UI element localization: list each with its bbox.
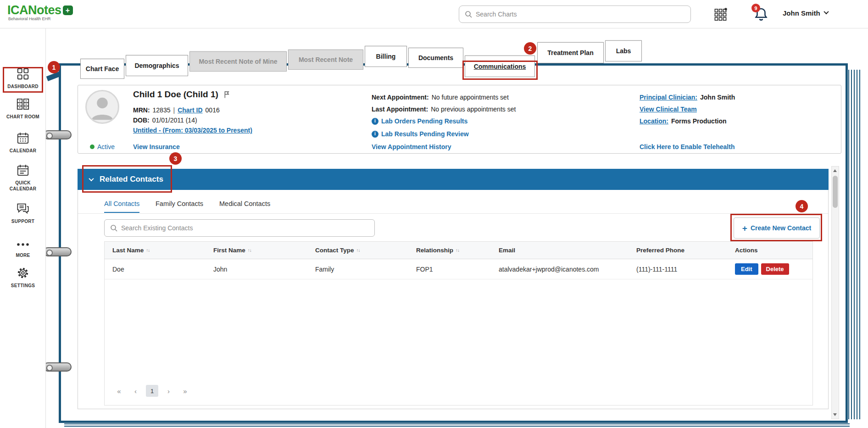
pagination-last-button[interactable]: » (179, 385, 191, 397)
view-clinical-team-link[interactable]: View Clinical Team (640, 105, 697, 114)
scroll-up-icon[interactable] (833, 169, 837, 172)
contact-tabs: All Contacts Family Contacts Medical Con… (78, 197, 828, 214)
view-insurance-link[interactable]: View Insurance (133, 142, 180, 151)
tab-all-contacts[interactable]: All Contacts (104, 200, 139, 213)
sidebar-label: MORE (0, 252, 46, 258)
tab-chart-face[interactable]: Chart Face (80, 59, 124, 79)
patient-ids-row: MRN: 12835 | Chart ID 0016 (133, 106, 220, 115)
stacked-pages-right (848, 70, 860, 419)
search-existing-contacts-input[interactable] (121, 224, 369, 232)
lab-orders-row: Lab Orders Pending Results (372, 117, 467, 126)
tab-labs[interactable]: Labs (605, 40, 642, 61)
principal-clinician-value: John Smith (700, 93, 735, 102)
lab-results-link[interactable]: Lab Results Pending Review (381, 129, 469, 139)
settings-gear-icon (17, 267, 29, 279)
sidebar-label: DASHBOARD (0, 83, 46, 89)
appointment-history-row: View Appointment History (372, 142, 451, 151)
search-icon (465, 11, 472, 18)
create-new-contact-label: Create New Contact (751, 224, 811, 232)
scrollbar-thumb[interactable] (833, 176, 838, 208)
sort-icon[interactable] (356, 248, 360, 253)
annotation-step-1: 1 (48, 61, 60, 73)
sidebar-item-settings[interactable]: SETTINGS (0, 267, 46, 289)
pagination-next-button[interactable]: › (162, 385, 175, 397)
vertical-scrollbar[interactable] (831, 166, 839, 419)
sidebar-item-quick-calendar[interactable]: QUICK CALENDAR (0, 164, 46, 192)
tab-demographics[interactable]: Demographics (126, 55, 188, 76)
logo-title: ICANotes (7, 3, 61, 17)
sort-icon[interactable] (146, 248, 150, 253)
calendar-icon (17, 132, 29, 144)
sidebar-item-chart-room[interactable]: CHART ROOM (0, 98, 46, 120)
pagination-page-1[interactable]: 1 (146, 385, 158, 397)
sidebar-item-calendar[interactable]: CALENDAR (0, 132, 46, 154)
stacked-pages-bottom (64, 423, 850, 427)
more-dots-icon (16, 240, 30, 249)
delete-button[interactable]: Delete (761, 263, 789, 275)
org-grid-icon[interactable] (714, 8, 728, 22)
topbar: ICANotes Behavioral Health EHR 9 John Sm… (0, 0, 868, 28)
tab-communications[interactable]: Communications (465, 56, 535, 77)
related-contacts-panel: All Contacts Family Contacts Medical Con… (78, 190, 829, 409)
cell-preferred-phone: (111)-111-1111 (629, 266, 727, 273)
info-icon (372, 131, 378, 138)
principal-clinician-row: Principal Clinician: John Smith (640, 93, 735, 102)
tab-family-contacts[interactable]: Family Contacts (156, 200, 203, 212)
create-new-contact-button[interactable]: Create New Contact (734, 217, 820, 239)
col-contact-type[interactable]: Contact Type (307, 247, 408, 254)
chart-room-icon (17, 98, 29, 110)
sidebar-item-more[interactable]: MORE (0, 238, 46, 258)
app-logo[interactable]: ICANotes Behavioral Health EHR (7, 3, 73, 21)
active-status-text: Active (97, 142, 115, 151)
view-appointment-history-link[interactable]: View Appointment History (372, 142, 451, 151)
col-first-name[interactable]: First Name (206, 247, 307, 254)
sort-icon[interactable] (456, 248, 459, 253)
tab-documents[interactable]: Documents (408, 48, 463, 68)
user-menu[interactable]: John Smith (783, 9, 828, 17)
related-contacts-header[interactable]: Related Contacts (78, 169, 829, 190)
tab-billing[interactable]: Billing (365, 46, 407, 67)
sidebar-item-support[interactable]: SUPPORT (0, 203, 46, 224)
logo-subtitle: Behavioral Health EHR (7, 17, 73, 21)
telehealth-row: Click Here to Enable Telehealth (640, 142, 734, 151)
info-icon (372, 118, 378, 125)
annotation-step-3: 3 (169, 152, 182, 165)
search-charts-input[interactable] (476, 11, 685, 18)
cell-first-name: John (206, 266, 307, 273)
pagination-prev-button[interactable]: ‹ (129, 385, 142, 397)
scroll-down-icon[interactable] (833, 413, 837, 416)
flag-icon[interactable] (224, 90, 230, 99)
next-appointment-value: No future appointments set (432, 93, 509, 102)
notifications-bell[interactable]: 9 (753, 6, 771, 24)
search-existing-contacts (104, 219, 375, 237)
search-charts (459, 6, 691, 23)
user-name: John Smith (783, 9, 820, 17)
view-insurance-row: View Insurance (133, 142, 180, 151)
tab-treatment-plan[interactable]: Treatment Plan (537, 42, 604, 63)
pagination-first-button[interactable]: « (113, 385, 125, 397)
dashboard-icon (17, 68, 29, 80)
col-last-name[interactable]: Last Name (105, 247, 206, 254)
enable-telehealth-link[interactable]: Click Here to Enable Telehealth (640, 142, 734, 151)
lab-results-row: Lab Results Pending Review (372, 129, 469, 139)
search-icon (110, 224, 117, 232)
location-link[interactable]: Location: (640, 117, 668, 126)
tab-medical-contacts[interactable]: Medical Contacts (219, 200, 270, 212)
clinical-team-row: View Clinical Team (640, 105, 697, 114)
episode-link[interactable]: Untitled - (From: 03/03/2025 to Present) (133, 126, 252, 135)
chart-id-link[interactable]: Chart ID (178, 106, 202, 115)
next-appointment-label: Next Appointment: (372, 93, 429, 102)
principal-clinician-link[interactable]: Principal Clinician: (640, 93, 697, 102)
last-appointment-label: Last Appointment: (372, 105, 428, 114)
col-relationship[interactable]: Relationship (408, 247, 491, 254)
sidebar-label: SUPPORT (0, 218, 46, 224)
lab-orders-link[interactable]: Lab Orders Pending Results (381, 117, 467, 126)
sidebar-item-dashboard[interactable]: DASHBOARD (0, 68, 46, 89)
tab-most-recent-note[interactable]: Most Recent Note (288, 50, 363, 70)
sidebar-label: QUICK CALENDAR (5, 180, 41, 192)
location-value: Forms Production (671, 117, 727, 126)
edit-button[interactable]: Edit (735, 263, 758, 275)
sort-icon[interactable] (248, 248, 251, 253)
tab-most-recent-note-of-mine[interactable]: Most Recent Note of Mine (189, 51, 287, 72)
next-appointment-row: Next Appointment: No future appointments… (372, 93, 509, 102)
